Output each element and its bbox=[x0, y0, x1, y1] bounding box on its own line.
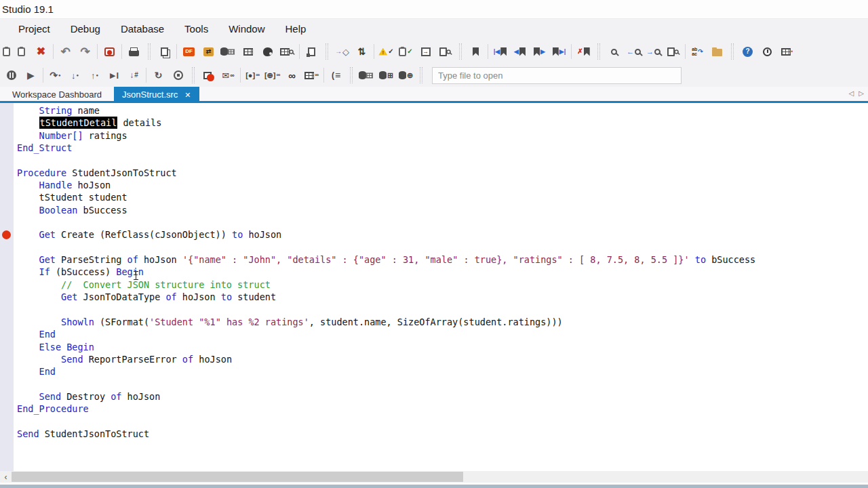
code-line[interactable]: Procedure StudentJsonToStruct bbox=[17, 167, 868, 179]
code-line[interactable]: Send Destroy of hoJson bbox=[17, 390, 868, 403]
watch-icon[interactable]: [●]∞ bbox=[243, 66, 262, 85]
whats-new-icon[interactable] bbox=[757, 42, 777, 61]
code-line[interactable]: Handle hoJson bbox=[17, 179, 868, 191]
menu-database[interactable]: Database bbox=[111, 19, 174, 39]
pause-icon[interactable] bbox=[1, 66, 21, 85]
code-line[interactable] bbox=[17, 415, 868, 428]
last-bookmark-icon[interactable]: ▶| bbox=[549, 42, 569, 61]
code-line[interactable] bbox=[17, 304, 868, 316]
close-tab-icon[interactable]: ✕ bbox=[184, 87, 191, 103]
code-line[interactable]: String name bbox=[17, 104, 868, 117]
menu-tools[interactable]: Tools bbox=[174, 19, 218, 39]
delete-icon[interactable]: ✖ bbox=[31, 42, 51, 61]
copy-code-icon[interactable] bbox=[155, 42, 174, 61]
table-lookup-icon[interactable] bbox=[277, 42, 297, 61]
code-line[interactable]: End_Struct bbox=[17, 142, 868, 154]
step-into-icon[interactable]: ↓● bbox=[65, 66, 85, 85]
code-line[interactable] bbox=[17, 154, 868, 166]
scrollbar-track[interactable] bbox=[12, 471, 868, 483]
preview-icon[interactable] bbox=[435, 42, 455, 61]
menu-project[interactable]: Project bbox=[8, 19, 60, 39]
breakpoint-list-icon[interactable]: ✉∞ bbox=[218, 66, 238, 85]
window-layout-icon[interactable]: ▪ bbox=[777, 42, 797, 61]
scrollbar-thumb[interactable] bbox=[12, 472, 463, 482]
run-program-icon[interactable]: → bbox=[416, 42, 435, 61]
find-in-files-icon[interactable] bbox=[663, 42, 683, 61]
code-line[interactable]: Boolean bSuccess bbox=[17, 204, 868, 216]
code-line[interactable]: If (bSuccess) Begin bbox=[17, 266, 868, 278]
help-icon[interactable]: ? bbox=[738, 42, 757, 61]
file-open-input[interactable] bbox=[432, 67, 682, 84]
code-line[interactable]: End bbox=[17, 328, 868, 340]
code-line[interactable]: // Convert JSON structure into struct bbox=[17, 279, 868, 291]
web-app-server-icon[interactable]: ⊕ bbox=[396, 66, 416, 85]
scroll-left-arrow-icon[interactable]: ‹ bbox=[0, 471, 12, 483]
find-next-icon[interactable]: → bbox=[644, 42, 663, 61]
run-to-cursor-icon[interactable]: ▶I bbox=[104, 66, 124, 85]
data-dictionary-icon[interactable] bbox=[218, 42, 238, 61]
menu-window[interactable]: Window bbox=[218, 19, 275, 39]
references-icon[interactable]: ⇅ bbox=[352, 42, 372, 61]
step-over-icon[interactable]: ↷● bbox=[45, 66, 65, 85]
table-editor-icon[interactable] bbox=[238, 42, 258, 61]
redo-icon[interactable]: ↷ bbox=[75, 42, 95, 61]
clear-bookmarks-icon[interactable]: ✗ bbox=[574, 42, 593, 61]
compile-icon[interactable] bbox=[100, 42, 119, 61]
breakpoint-dot[interactable] bbox=[2, 230, 11, 239]
tab-scroll-right-icon[interactable]: ▷ bbox=[859, 89, 864, 97]
step-out-icon[interactable]: ↑● bbox=[85, 66, 104, 85]
code-line[interactable]: Number[] ratings bbox=[17, 129, 868, 142]
prev-bookmark-icon[interactable]: ◀ bbox=[510, 42, 530, 61]
paste-edge-icon[interactable] bbox=[1, 42, 12, 61]
code-line[interactable]: Showln (SFormat('Student "%1" has %2 rat… bbox=[17, 316, 868, 328]
todo-list-icon[interactable]: ✓ bbox=[396, 42, 416, 61]
toggle-bookmark-icon[interactable] bbox=[466, 42, 486, 61]
code-line[interactable]: Get Create (RefClass(cJsonObject)) to ho… bbox=[17, 228, 868, 241]
code-line[interactable]: Send StudentJsonToStruct bbox=[17, 428, 868, 440]
code-line[interactable]: End_Procedure bbox=[17, 403, 868, 415]
styles-icon[interactable] bbox=[258, 42, 277, 61]
deploy-icon[interactable]: →◇ bbox=[332, 42, 352, 61]
new-file-icon[interactable] bbox=[302, 42, 321, 61]
tab-workspace-dashboard[interactable]: Workspace Dashboard bbox=[0, 87, 114, 103]
find-prev-icon[interactable]: ← bbox=[624, 42, 644, 61]
continue-icon[interactable]: ↻ bbox=[149, 66, 168, 85]
code-line[interactable] bbox=[17, 378, 868, 390]
replace-icon[interactable]: ab ac↷ bbox=[688, 42, 707, 61]
code-line[interactable]: Get JsonToDataType of hoJson to student bbox=[17, 291, 868, 303]
code-line[interactable]: End bbox=[17, 365, 868, 378]
tab-scroll-left-icon[interactable]: ◁ bbox=[849, 89, 854, 97]
df-migrate-icon[interactable]: ⇄ bbox=[199, 42, 218, 61]
web-watch-icon[interactable]: [⊕]∞ bbox=[262, 66, 282, 85]
code-line[interactable] bbox=[17, 241, 868, 253]
array-watch-icon[interactable]: ∞ bbox=[302, 66, 321, 85]
code-line[interactable]: Send ReportParseError of hoJson bbox=[17, 353, 868, 365]
toggle-breakpoint-icon[interactable] bbox=[199, 66, 218, 85]
undo-icon[interactable]: ↶ bbox=[56, 42, 75, 61]
code-line[interactable] bbox=[17, 216, 868, 228]
call-stack-icon[interactable]: (≡ bbox=[326, 66, 346, 85]
code-line[interactable]: Get ParseString of hoJson '{"name" : "Jo… bbox=[17, 253, 868, 266]
replace-in-files-icon[interactable] bbox=[707, 42, 727, 61]
editor-gutter[interactable] bbox=[0, 103, 14, 471]
code-area[interactable]: String name tStudentDetail details Numbe… bbox=[17, 104, 868, 440]
first-bookmark-icon[interactable]: |◀ bbox=[490, 42, 510, 61]
start-debug-icon[interactable]: ▶ bbox=[21, 66, 41, 85]
code-line[interactable]: tStudent student bbox=[17, 191, 868, 203]
dataflex-studio-icon[interactable]: DF bbox=[179, 42, 199, 61]
paste-icon[interactable] bbox=[12, 42, 31, 61]
tab-jsonstruct-src[interactable]: JsonStruct.src✕ bbox=[114, 87, 199, 103]
set-next-statement-icon[interactable]: ↓# bbox=[124, 66, 144, 85]
code-line[interactable]: Else Begin bbox=[17, 341, 868, 353]
print-icon[interactable] bbox=[124, 42, 144, 61]
next-bookmark-icon[interactable]: ▶ bbox=[530, 42, 549, 61]
db-builder-icon[interactable]: ⊞ bbox=[376, 66, 396, 85]
menu-debug[interactable]: Debug bbox=[60, 19, 111, 39]
check-errors-icon[interactable]: !✓ bbox=[376, 42, 396, 61]
code-line[interactable]: tStudentDetail details bbox=[17, 117, 868, 129]
menu-help[interactable]: Help bbox=[275, 19, 317, 39]
code-editor[interactable]: String name tStudentDetail details Numbe… bbox=[0, 103, 868, 471]
find-icon[interactable] bbox=[604, 42, 624, 61]
stop-debug-icon[interactable] bbox=[168, 66, 188, 85]
locals-icon[interactable]: ∞ bbox=[282, 66, 302, 85]
